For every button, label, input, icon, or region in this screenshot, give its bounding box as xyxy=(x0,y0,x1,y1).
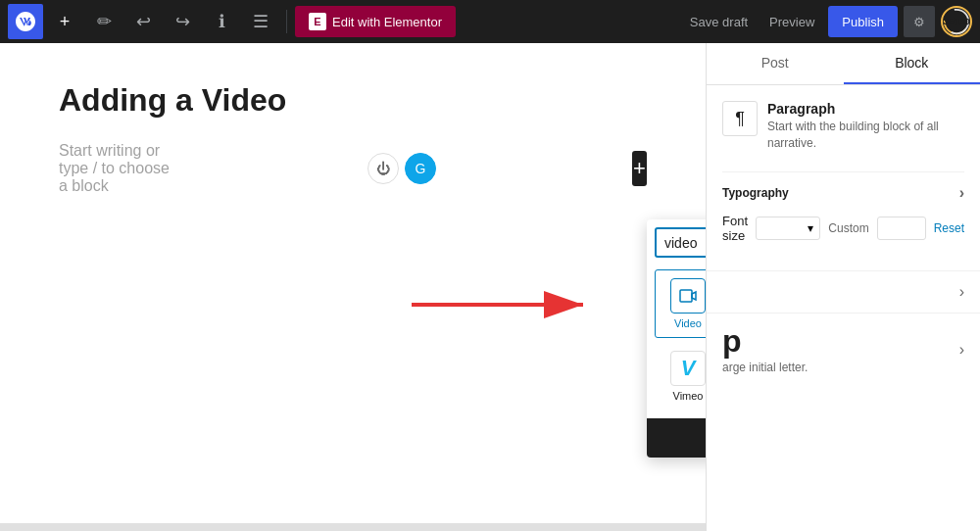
menu-btn[interactable]: ☰ xyxy=(243,4,278,39)
publish-btn[interactable]: Publish xyxy=(828,6,898,37)
reset-btn[interactable]: Reset xyxy=(934,221,964,235)
block-info-text: Paragraph Start with the building block … xyxy=(767,101,964,152)
canvas-spacer xyxy=(59,195,647,489)
block-placeholder: Start writing or type / to choose a bloc… xyxy=(59,142,647,195)
block-description: Start with the building block of all nar… xyxy=(767,119,964,152)
toolbar: + ✏ ↩ ↪ ℹ ☰ E Edit with Elementor Save d… xyxy=(0,0,980,43)
g-tool-btn[interactable]: G xyxy=(405,153,436,184)
video-block-icon xyxy=(670,278,706,314)
settings-btn[interactable]: ⚙ xyxy=(904,6,935,37)
video-block-label: Video xyxy=(674,317,702,329)
block-type-icon: ¶ xyxy=(722,101,758,136)
search-input[interactable] xyxy=(664,235,706,251)
redo-btn[interactable]: ↪ xyxy=(165,4,200,39)
main-area: Adding a Video Start writing or type / t… xyxy=(0,0,980,531)
info-btn[interactable]: ℹ xyxy=(204,4,239,39)
sidebar-tabs: Post Block xyxy=(707,43,980,85)
block-grid: Video VideoPress xyxy=(647,266,706,418)
typography-chevron[interactable]: › xyxy=(959,184,964,202)
post-title: Adding a Video xyxy=(59,82,647,119)
vimeo-block-label: Vimeo xyxy=(673,390,704,402)
font-size-label: Font size xyxy=(722,214,748,243)
seo-score: 35/100 xyxy=(943,17,970,26)
right-sidebar: Post Block ¶ Paragraph Start with the bu… xyxy=(706,43,980,531)
pen-tool-btn[interactable]: ✏ xyxy=(86,4,122,39)
bottom-bar xyxy=(0,523,706,531)
section2-chevron: › xyxy=(959,283,964,301)
drop-cap-description: arge initial letter. xyxy=(722,361,808,374)
add-block-inline-btn[interactable]: + xyxy=(632,151,647,186)
seo-badge[interactable]: 35/100 xyxy=(941,6,972,37)
vimeo-block-icon: V xyxy=(670,351,706,386)
typography-section: Typography › Font size ▾ Custom Reset xyxy=(722,171,964,243)
sidebar-section-2[interactable]: › xyxy=(707,270,980,313)
block-info: ¶ Paragraph Start with the building bloc… xyxy=(722,101,964,152)
custom-label: Custom xyxy=(828,221,868,235)
editor-canvas: Adding a Video Start writing or type / t… xyxy=(0,43,706,531)
block-item-vimeo[interactable]: V Vimeo xyxy=(655,342,706,410)
tab-block[interactable]: Block xyxy=(844,43,981,84)
svg-rect-4 xyxy=(680,290,692,302)
block-name: Paragraph xyxy=(767,101,964,117)
sidebar-content: ¶ Paragraph Start with the building bloc… xyxy=(707,85,980,270)
toolbar-right: Save draft Preview Publish ⚙ 35/100 xyxy=(682,6,972,37)
typography-title: Typography › xyxy=(722,184,964,202)
drop-cap-chevron: › xyxy=(959,341,964,359)
placeholder-text: Start writing or type / to choose a bloc… xyxy=(59,142,172,195)
tab-post[interactable]: Post xyxy=(707,43,844,84)
toolbar-divider xyxy=(286,10,287,33)
block-tools: ⏻ G xyxy=(368,153,436,184)
power-tool-btn[interactable]: ⏻ xyxy=(368,153,399,184)
drop-cap-p: p xyxy=(722,325,808,357)
font-size-select[interactable]: ▾ xyxy=(756,217,820,240)
preview-btn[interactable]: Preview xyxy=(761,15,822,29)
save-draft-btn[interactable]: Save draft xyxy=(682,15,756,29)
wp-logo[interactable] xyxy=(8,4,43,39)
search-box: ✕ xyxy=(655,227,706,258)
browse-all-btn[interactable]: Browse all xyxy=(647,418,706,458)
undo-btn[interactable]: ↩ xyxy=(125,4,161,39)
elementor-icon: E xyxy=(309,13,326,30)
font-size-row: Font size ▾ Custom Reset xyxy=(722,214,964,243)
custom-size-input[interactable] xyxy=(877,217,926,240)
add-block-toolbar-btn[interactable]: + xyxy=(47,4,82,39)
block-inserter-dropdown: ✕ Video xyxy=(647,219,706,458)
sidebar-section-drop-cap[interactable]: p arge initial letter. › xyxy=(707,313,980,386)
block-item-video[interactable]: Video xyxy=(655,269,706,338)
elementor-btn[interactable]: E Edit with Elementor xyxy=(295,6,456,37)
